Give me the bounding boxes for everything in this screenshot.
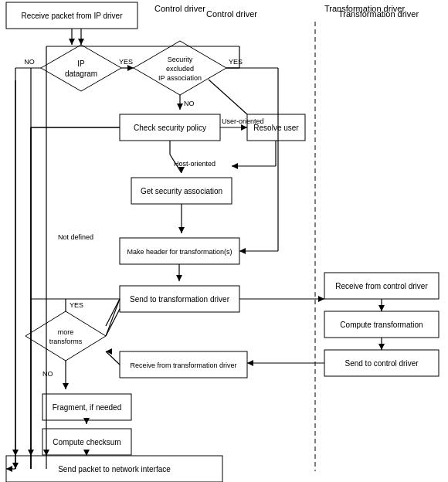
svg-text:Send to transformation driver: Send to transformation driver [130, 295, 230, 304]
svg-text:NO: NO [24, 58, 35, 66]
svg-line-49 [209, 80, 247, 114]
svg-marker-53 [239, 248, 246, 254]
flowchart-svg: Transformation driverControl driverRecei… [0, 0, 448, 482]
svg-marker-70 [318, 296, 324, 302]
svg-text:datagram: datagram [65, 70, 97, 78]
svg-marker-89 [83, 418, 90, 424]
svg-text:IP association: IP association [158, 74, 202, 82]
flowchart-diagram: Transformation driverControl driverRecei… [0, 0, 448, 482]
svg-marker-76 [247, 360, 253, 366]
control-driver-label: Control driver [154, 4, 205, 13]
svg-marker-81 [106, 348, 112, 355]
svg-marker-56 [241, 124, 247, 131]
svg-text:Receive packet from IP driver: Receive packet from IP driver [22, 12, 124, 20]
svg-text:Host-oriented: Host-oriented [174, 160, 216, 168]
svg-text:excluded: excluded [166, 65, 194, 73]
svg-text:Make header for transformation: Make header for transformation(s) [127, 248, 232, 256]
svg-marker-60 [232, 163, 238, 169]
svg-text:Check security policy: Check security policy [134, 124, 206, 132]
svg-marker-68 [176, 275, 182, 281]
transformation-driver-label: Transformation driver [324, 4, 405, 13]
svg-marker-40 [78, 39, 84, 45]
svg-marker-109 [12, 450, 19, 456]
svg-text:User-oriented: User-oriented [222, 117, 264, 125]
svg-marker-66 [178, 227, 185, 233]
svg-marker-110 [28, 450, 34, 456]
svg-text:transforms: transforms [49, 338, 83, 345]
svg-marker-86 [63, 383, 69, 389]
svg-marker-42 [127, 65, 134, 71]
svg-text:IP: IP [77, 59, 85, 68]
svg-text:Receive from transformation dr: Receive from transformation driver [130, 362, 236, 369]
svg-marker-74 [378, 344, 385, 350]
svg-text:NO: NO [184, 100, 195, 107]
svg-marker-47 [177, 104, 183, 110]
svg-line-80 [106, 351, 120, 365]
svg-text:YES: YES [70, 301, 83, 309]
svg-text:NO: NO [42, 370, 53, 378]
svg-text:Compute  transformation: Compute transformation [340, 321, 423, 329]
svg-text:Compute checksum: Compute checksum [53, 438, 120, 446]
svg-line-77 [106, 299, 120, 336]
svg-marker-72 [378, 305, 385, 311]
svg-text:more: more [58, 328, 74, 336]
svg-text:Security: Security [168, 56, 193, 63]
svg-text:Fragment, if needed: Fragment, if needed [53, 403, 122, 412]
svg-text:Receive from control driver: Receive from control driver [335, 282, 428, 290]
svg-text:Control driver: Control driver [206, 9, 257, 19]
svg-text:Get security association: Get security association [141, 187, 222, 195]
svg-text:Send to control driver: Send to control driver [344, 359, 419, 368]
svg-marker-113 [69, 39, 75, 45]
svg-text:Not defined: Not defined [58, 233, 93, 241]
svg-text:YES: YES [119, 58, 133, 66]
svg-text:YES: YES [229, 58, 243, 66]
svg-text:Send packet to network interfa: Send packet to network interface [58, 465, 171, 474]
